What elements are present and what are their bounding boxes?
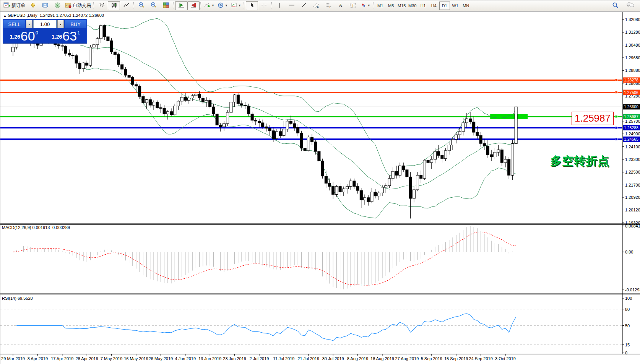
timeframe-h1-button[interactable]: H1 xyxy=(418,2,429,10)
candle-body xyxy=(128,75,130,77)
toolbar-signals-button[interactable] xyxy=(51,1,63,10)
candle-body xyxy=(374,192,377,196)
channel-icon: E xyxy=(313,2,319,9)
buy-button[interactable]: BUY xyxy=(65,20,86,28)
toolbar-text-button[interactable]: A xyxy=(335,1,347,10)
candle-body xyxy=(487,146,489,154)
toolbar-horizontal-line-button[interactable] xyxy=(286,1,298,10)
toolbar-separator xyxy=(93,2,94,9)
candle-body xyxy=(318,151,320,161)
candle-body xyxy=(364,198,366,200)
toolbar-chart-window-button[interactable] xyxy=(27,1,39,10)
timeframe-m1-button[interactable]: M1 xyxy=(375,2,386,10)
toolbar-tile-windows-button[interactable] xyxy=(160,1,172,10)
toolbar-cursor-button[interactable] xyxy=(246,1,258,10)
candle-body xyxy=(367,198,370,202)
chevron-down-icon[interactable]: ▼ xyxy=(211,4,214,7)
svg-text:A: A xyxy=(339,2,343,8)
timeframe-mn-button[interactable]: MN xyxy=(461,2,471,10)
candle-body xyxy=(325,176,327,184)
toolbar-search-button[interactable] xyxy=(609,1,621,10)
volume-increase-button[interactable]: ▲ xyxy=(57,20,64,28)
toolbar-separator xyxy=(133,2,134,9)
candle-body xyxy=(385,186,387,187)
volume-input[interactable] xyxy=(33,20,57,28)
candle-body xyxy=(138,86,141,96)
mt4-window: 新订单自动交易▼▼▼EFAT▼M1M5M15M30H1H4D1W1MN 1.32… xyxy=(0,0,640,364)
candle-body xyxy=(89,47,92,66)
timeframe-h4-button[interactable]: H4 xyxy=(429,2,439,10)
timeframe-m30-button[interactable]: M30 xyxy=(407,2,418,10)
candle-body xyxy=(272,131,275,139)
toolbar-zoom-out-button[interactable] xyxy=(148,1,160,10)
toolbar-arrows-button[interactable]: ▼ xyxy=(359,1,372,10)
candle-body xyxy=(494,152,496,157)
candle-body xyxy=(483,143,486,146)
one-click-trading-panel: SELL ▼ ▲ BUY 1.26 60 0 1.26 63 1 xyxy=(3,19,87,43)
candle-body xyxy=(448,145,450,151)
buy-price-display[interactable]: 1.26 63 1 xyxy=(45,29,87,43)
toolbar-text-label-button[interactable]: T xyxy=(347,1,359,10)
symbol-ohlc: 1.24291 1.27053 1.24072 1.26600 xyxy=(40,13,104,18)
toolbar-bar-chart-button[interactable] xyxy=(96,1,108,10)
candle-body xyxy=(469,119,472,122)
candle-body xyxy=(413,190,415,198)
toolbar-indicators-button[interactable]: ▼ xyxy=(203,1,216,10)
candle-body xyxy=(430,159,433,162)
price-chart: 1.320801.312801.304801.296801.288801.280… xyxy=(0,11,640,364)
line-handle[interactable] xyxy=(615,138,617,140)
candle-body xyxy=(427,160,429,162)
chevron-down-icon[interactable]: ▼ xyxy=(238,4,241,7)
toolbar-chat-button[interactable] xyxy=(624,1,637,10)
toolbar-auto-scroll-button[interactable] xyxy=(175,1,187,10)
toolbar-trendline-button[interactable] xyxy=(298,1,310,10)
toolbar-candlestick-chart-button[interactable] xyxy=(108,1,120,10)
candle-body xyxy=(307,137,310,151)
toolbar-new-order-button[interactable]: 新订单 xyxy=(2,1,27,10)
chart-background xyxy=(0,12,640,364)
timeframe-d1-button[interactable]: D1 xyxy=(439,2,450,10)
line-handle[interactable] xyxy=(615,91,617,94)
turning-point-annotation[interactable]: 多空转折点 xyxy=(550,153,609,169)
sell-price-display[interactable]: 1.26 60 0 xyxy=(3,29,45,43)
volume-decrease-button[interactable]: ▼ xyxy=(26,20,32,28)
candle-body xyxy=(490,154,493,157)
toolbar-line-chart-button[interactable] xyxy=(120,1,132,10)
line-handle[interactable] xyxy=(615,115,617,118)
price-callout-label[interactable]: 1.25987 xyxy=(572,112,614,125)
toolbar-profile-button[interactable] xyxy=(39,1,51,10)
line-handle[interactable] xyxy=(615,127,617,129)
toolbar-periods-button[interactable]: ▼ xyxy=(216,1,229,10)
chevron-down-icon[interactable]: ▼ xyxy=(367,4,370,7)
timeframe-m5-button[interactable]: M5 xyxy=(386,2,396,10)
arrows-icon xyxy=(361,2,366,9)
timeframe-m15-button[interactable]: M15 xyxy=(396,2,407,10)
toolbar-chart-shift-button[interactable] xyxy=(187,1,200,10)
candle-body xyxy=(195,94,197,96)
candle-body xyxy=(166,112,169,114)
candle-body xyxy=(149,100,151,106)
toolbar-fibonacci-button[interactable]: F xyxy=(322,1,335,10)
date-axis-label: 24 Sep 2019 xyxy=(469,356,492,361)
date-axis-label: 15 Sep 2019 xyxy=(444,356,468,361)
toolbar-zoom-in-button[interactable] xyxy=(135,1,148,10)
price-axis-label: 1.30480 xyxy=(625,43,640,47)
highlight-zone-rect[interactable] xyxy=(490,114,528,119)
candle-body xyxy=(124,69,127,75)
buy-price-pipette: 1 xyxy=(77,30,80,36)
sell-button[interactable]: SELL xyxy=(3,20,25,28)
rsi-axis-label: 15 xyxy=(625,343,630,347)
toolbar-vertical-line-button[interactable] xyxy=(273,1,286,10)
candle-body xyxy=(293,123,296,127)
chevron-down-icon[interactable]: ▼ xyxy=(225,4,228,7)
toolbar-templates-button[interactable]: ▼ xyxy=(229,1,243,10)
line-handle[interactable] xyxy=(615,79,617,81)
candle-body xyxy=(180,97,183,101)
toolbar-channel-button[interactable]: E xyxy=(310,1,322,10)
toolbar-autotrading-button[interactable]: 自动交易 xyxy=(63,1,93,10)
toolbar-crosshair-button[interactable] xyxy=(258,1,270,10)
timeframe-w1-button[interactable]: W1 xyxy=(450,2,461,10)
sell-price-big: 60 xyxy=(21,30,35,42)
date-axis-label: 29 Mar 2019 xyxy=(1,356,25,361)
candle-body xyxy=(205,101,208,102)
